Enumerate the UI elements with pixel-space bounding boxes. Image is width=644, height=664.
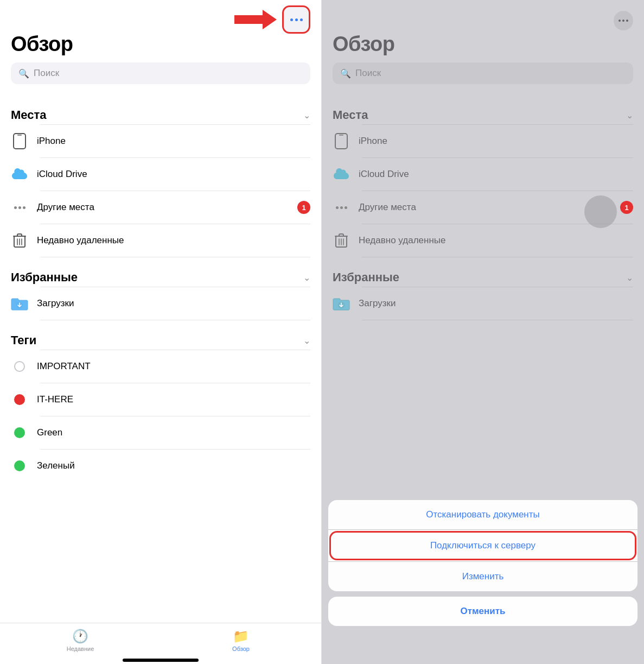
ithere-tag-icon bbox=[11, 391, 28, 408]
places-chevron-icon[interactable]: ⌄ bbox=[303, 110, 310, 121]
bottom-nav: 🕐 Недавние 📁 Обзор bbox=[0, 623, 321, 655]
right-downloads-label: Загрузки bbox=[359, 298, 633, 309]
iphone-icon bbox=[11, 132, 28, 150]
right-search-input[interactable]: Поиск bbox=[355, 68, 381, 79]
right-list-item-downloads[interactable]: Загрузки bbox=[333, 287, 633, 320]
action-sheet-cancel: Отменить bbox=[328, 597, 637, 626]
tags-chevron-icon[interactable]: ⌄ bbox=[303, 336, 310, 346]
right-favorites-chevron-icon[interactable]: ⌄ bbox=[626, 273, 633, 283]
favorites-chevron-icon[interactable]: ⌄ bbox=[303, 273, 310, 283]
tags-section: Теги ⌄ IMPORTANT IT-HERE bbox=[0, 320, 321, 482]
connect-server-button[interactable]: Подключиться к серверу bbox=[331, 533, 635, 559]
downloads-folder-icon bbox=[11, 295, 28, 312]
right-places-title: Места bbox=[333, 108, 368, 122]
scan-documents-button[interactable]: Отсканировать документы bbox=[328, 500, 637, 529]
icloud-icon bbox=[11, 166, 28, 183]
home-indicator bbox=[123, 659, 199, 662]
search-bar[interactable]: 🔍 Поиск bbox=[11, 62, 310, 84]
svg-rect-5 bbox=[335, 134, 347, 149]
right-panel: Обзор 🔍 Поиск Места ⌄ iPhone bbox=[322, 0, 644, 664]
right-search-icon: 🔍 bbox=[340, 68, 351, 79]
list-item-zeleny[interactable]: Зеленый bbox=[11, 450, 310, 482]
right-places-chevron-icon[interactable]: ⌄ bbox=[626, 110, 633, 121]
svg-marker-0 bbox=[234, 10, 277, 29]
right-list-item-iphone[interactable]: iPhone bbox=[333, 125, 633, 157]
search-icon: 🔍 bbox=[18, 68, 29, 79]
list-item-iphone[interactable]: iPhone bbox=[11, 125, 310, 157]
red-arrow-icon bbox=[234, 9, 278, 30]
left-panel: Обзор 🔍 Поиск Места ⌄ iPhone bbox=[0, 0, 322, 664]
right-page-title: Обзор bbox=[322, 33, 644, 62]
important-tag-label: IMPORTANT bbox=[37, 361, 310, 372]
right-favorites-section: Избранные ⌄ Загрузки bbox=[322, 257, 644, 320]
right-list-item-other[interactable]: Другие места 1 bbox=[333, 191, 633, 224]
nav-item-recents[interactable]: 🕐 Недавние bbox=[0, 623, 161, 655]
list-item-ithere[interactable]: IT-HERE bbox=[11, 383, 310, 416]
tags-section-header: Теги ⌄ bbox=[11, 333, 310, 347]
list-item-other[interactable]: Другие места 1 bbox=[11, 191, 310, 224]
tags-section-title: Теги bbox=[11, 333, 36, 347]
right-more-options-button[interactable] bbox=[614, 11, 633, 30]
connect-server-wrapper: Подключиться к серверу bbox=[329, 531, 636, 560]
green-tag-label: Green bbox=[37, 427, 310, 438]
nav-item-browse[interactable]: 📁 Обзор bbox=[161, 623, 321, 655]
right-favorites-header: Избранные ⌄ bbox=[333, 270, 633, 284]
favorites-section-header: Избранные ⌄ bbox=[11, 270, 310, 284]
three-dots-icon bbox=[290, 18, 303, 21]
left-scroll-content: Обзор 🔍 Поиск Места ⌄ iPhone bbox=[0, 33, 321, 623]
arrow-container bbox=[234, 5, 310, 34]
search-input[interactable]: Поиск bbox=[34, 68, 59, 79]
ithere-tag-label: IT-HERE bbox=[37, 394, 310, 405]
zeleny-tag-label: Зеленый bbox=[37, 460, 310, 471]
right-header bbox=[322, 0, 644, 33]
downloads-label: Загрузки bbox=[37, 298, 310, 309]
svg-rect-6 bbox=[339, 135, 343, 136]
right-other-icon bbox=[333, 199, 350, 216]
right-other-badge: 1 bbox=[620, 201, 633, 214]
trash-label: Недавно удаленные bbox=[37, 235, 310, 246]
clock-icon: 🕐 bbox=[72, 629, 88, 644]
favorites-section-title: Избранные bbox=[11, 270, 78, 284]
other-badge: 1 bbox=[297, 201, 310, 214]
right-iphone-label: iPhone bbox=[359, 136, 633, 147]
edit-button[interactable]: Изменить bbox=[328, 562, 637, 591]
places-section-title: Места bbox=[11, 108, 47, 122]
green-tag-icon bbox=[11, 424, 28, 441]
right-search-bar[interactable]: 🔍 Поиск bbox=[333, 62, 633, 84]
right-list-item-icloud[interactable]: iCloud Drive bbox=[333, 158, 633, 191]
other-places-icon bbox=[11, 199, 28, 216]
other-label: Другие места bbox=[37, 202, 289, 213]
right-trash-icon bbox=[333, 232, 350, 249]
list-item-important[interactable]: IMPORTANT bbox=[11, 350, 310, 383]
page-title: Обзор bbox=[0, 33, 321, 62]
right-places-section: Места ⌄ iPhone iCloud Drive bbox=[322, 95, 644, 257]
cancel-button[interactable]: Отменить bbox=[328, 597, 637, 626]
places-section: Места ⌄ iPhone bbox=[0, 95, 321, 257]
folder-nav-icon: 📁 bbox=[233, 629, 249, 644]
more-options-button[interactable] bbox=[282, 5, 310, 34]
right-favorites-title: Избранные bbox=[333, 270, 399, 284]
right-downloads-icon bbox=[333, 295, 350, 312]
trash-icon bbox=[11, 232, 28, 249]
right-icloud-icon bbox=[333, 166, 350, 183]
action-sheet-container: Отсканировать документы Подключиться к с… bbox=[322, 500, 644, 626]
browse-nav-label: Обзор bbox=[232, 646, 250, 652]
list-item-downloads[interactable]: Загрузки bbox=[11, 287, 310, 320]
right-list-item-trash[interactable]: Недавно удаленные bbox=[333, 224, 633, 257]
right-other-label: Другие места bbox=[359, 202, 611, 213]
right-three-dots-icon bbox=[619, 20, 628, 22]
list-item-icloud[interactable]: iCloud Drive bbox=[11, 158, 310, 191]
list-item-green[interactable]: Green bbox=[11, 416, 310, 449]
favorites-section: Избранные ⌄ Загрузки bbox=[0, 257, 321, 320]
right-trash-label: Недавно удаленные bbox=[359, 235, 633, 246]
svg-rect-2 bbox=[17, 135, 22, 136]
action-divider bbox=[328, 529, 637, 530]
zeleny-tag-icon bbox=[11, 457, 28, 475]
list-item-trash[interactable]: Недавно удаленные bbox=[11, 224, 310, 257]
right-icloud-label: iCloud Drive bbox=[359, 169, 633, 180]
svg-rect-1 bbox=[14, 134, 25, 149]
action-sheet: Отсканировать документы Подключиться к с… bbox=[328, 500, 637, 591]
left-header bbox=[0, 0, 321, 33]
right-divider bbox=[362, 320, 633, 320]
right-iphone-icon bbox=[333, 132, 350, 150]
